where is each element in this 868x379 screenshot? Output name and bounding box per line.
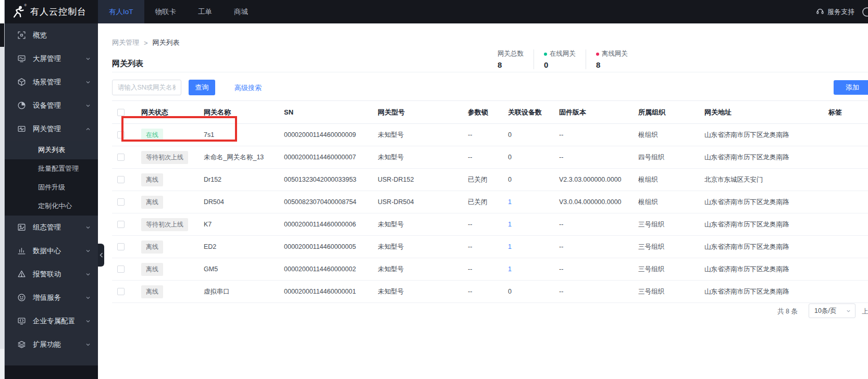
sidebar-collapse-handle[interactable] [98, 244, 104, 267]
organization: 四号组织 [638, 146, 704, 169]
sidebar-item-大屏管理[interactable]: 大屏管理 [5, 47, 98, 70]
sidebar-item-网关管理[interactable]: 网关管理 [5, 117, 98, 141]
firmware-version: -- [559, 281, 638, 303]
sidebar-subitem-网关列表[interactable]: 网关列表 [5, 141, 98, 159]
sidebar-item-报警联动[interactable]: 报警联动 [5, 262, 98, 286]
row-checkbox[interactable] [117, 176, 125, 183]
sidebar-submenu: 网关列表批量配置管理固件升级定制化中心 [5, 141, 98, 216]
table-body: 在线7s100002000114460000009未知型号--0--根组织山东省… [112, 124, 868, 303]
sidebar-item-企业专属配置[interactable]: 企业专属配置 [5, 309, 98, 333]
sidebar-footer [5, 365, 98, 379]
sidebar-subitem-批量配置管理[interactable]: 批量配置管理 [5, 159, 98, 178]
status-badge: 离线 [141, 196, 163, 209]
sidebar-item-组态管理[interactable]: 组态管理 [5, 216, 98, 239]
firmware-version: V3.0.04.000000.0000 [559, 191, 638, 213]
gateway-name: GM5 [204, 258, 284, 281]
chevron-down-icon [846, 309, 851, 313]
sidebar-item-增值服务[interactable]: 增值服务 [5, 286, 98, 309]
param-lock: 已关闭 [468, 169, 508, 191]
gateway-address: 山东省济南市历下区龙奥南路 [704, 236, 828, 258]
gateway-tag [828, 191, 868, 213]
sidebar-item-数据中心[interactable]: 数据中心 [5, 239, 98, 262]
chevron-down-icon [85, 340, 91, 349]
row-checkbox[interactable] [117, 288, 125, 295]
gateway-icon [17, 124, 26, 133]
sidebar-item-扩展功能[interactable]: 扩展功能 [5, 333, 98, 356]
linked-devices-count[interactable]: 1 [508, 198, 512, 206]
gateway-tag [828, 236, 868, 258]
sidebar-item-设备管理[interactable]: 设备管理 [5, 94, 98, 117]
status-badge: 离线 [141, 241, 163, 254]
sidebar-item-label: 网关管理 [33, 124, 85, 134]
column-header-SN: SN [284, 101, 378, 124]
row-checkbox[interactable] [117, 154, 125, 161]
stat-value: 8 [596, 60, 628, 69]
sidebar-subitem-定制化中心[interactable]: 定制化中心 [5, 197, 98, 216]
top-nav-tabs: 有人IoT物联卡工单商城 [98, 0, 259, 23]
page-size-select[interactable]: 10条/页 [809, 304, 855, 318]
breadcrumb-separator: > [144, 39, 148, 47]
organization: 根组织 [638, 191, 704, 213]
sidebar-item-label: 增值服务 [33, 293, 85, 302]
app-screen: ® 有人云控制台 有人IoT物联卡工单商城 服务支持 概览大屏管理 [0, 0, 868, 379]
nav-tab-物联卡[interactable]: 物联卡 [144, 0, 188, 23]
stat-label: 在线网关 [550, 49, 576, 58]
nav-tab-工单[interactable]: 工单 [187, 0, 223, 23]
linked-devices-count[interactable]: 1 [508, 243, 512, 250]
stat-label: 网关总数 [498, 49, 524, 58]
prev-page-button[interactable]: 上一页 [862, 307, 868, 316]
select-all-checkbox[interactable] [117, 109, 125, 116]
gateway-name: K7 [204, 213, 284, 236]
sidebar-item-概览[interactable]: 概览 [5, 23, 98, 47]
linked-devices-count: 0 [508, 288, 512, 295]
firmware-version: -- [559, 124, 638, 146]
partial-user-icon[interactable] [862, 7, 868, 17]
chevron-down-icon [85, 270, 91, 279]
firmware-version: -- [559, 213, 638, 236]
gateway-model: 未知型号 [378, 236, 468, 258]
gateway-name: 未命名_网关名称_13 [204, 146, 284, 169]
linked-devices-count[interactable]: 1 [508, 221, 512, 228]
param-lock: -- [468, 281, 508, 303]
page-title: 网关列表 [112, 59, 143, 69]
linked-devices-count[interactable]: 1 [508, 266, 512, 273]
column-header-网关地址: 网关地址 [704, 101, 828, 124]
gateway-address: 山东省济南市历下区龙奥南路 [704, 258, 828, 281]
organization: 三号组织 [638, 258, 704, 281]
alarm-icon [17, 270, 26, 279]
topbar-right: 服务支持 [816, 7, 868, 17]
nav-tab-商城[interactable]: 商城 [223, 0, 259, 23]
query-button[interactable]: 查询 [189, 80, 215, 95]
sidebar-item-场景管理[interactable]: 场景管理 [5, 70, 98, 94]
linked-devices-count: 0 [508, 154, 512, 161]
gateway-model: 未知型号 [378, 124, 468, 146]
stat-在线网关: 在线网关0 [534, 49, 586, 69]
organization: 三号组织 [638, 236, 704, 258]
nav-tab-有人IoT[interactable]: 有人IoT [98, 0, 144, 23]
table-header-row: 网关状态网关名称SN网关型号参数锁关联设备数固件版本所属组织网关地址标签 [112, 101, 868, 124]
advanced-search-link[interactable]: 高级搜索 [234, 83, 262, 93]
breadcrumb-gateway-management[interactable]: 网关管理 [112, 38, 139, 47]
status-badge: 离线 [141, 263, 163, 276]
row-checkbox[interactable] [117, 198, 125, 206]
sidebar-item-label: 场景管理 [33, 78, 85, 87]
status-dot-icon [596, 53, 599, 56]
row-checkbox[interactable] [117, 221, 125, 228]
toolbar: 查询 高级搜索 添加 [112, 80, 868, 95]
row-checkbox[interactable] [117, 131, 125, 138]
sidebar-nav: 概览大屏管理场景管理设备管理网关管理网关列表批量配置管理固件升级定制化中心组态管… [5, 23, 98, 356]
column-header-固件版本: 固件版本 [559, 101, 638, 124]
column-header-标签: 标签 [828, 101, 868, 124]
service-support-link[interactable]: 服务支持 [816, 7, 854, 17]
gateway-sn: 00002000114460000005 [284, 236, 378, 258]
row-checkbox[interactable] [117, 266, 125, 273]
search-input[interactable] [112, 80, 181, 95]
gateway-tag [828, 213, 868, 236]
add-button[interactable]: 添加 [834, 80, 868, 95]
param-lock: -- [468, 146, 508, 169]
stat-value: 8 [498, 60, 524, 69]
row-checkbox[interactable] [117, 243, 125, 250]
sidebar-subitem-固件升级[interactable]: 固件升级 [5, 178, 98, 197]
sidebar-item-label: 设备管理 [33, 101, 85, 110]
sidebar-item-label: 报警联动 [33, 270, 85, 279]
